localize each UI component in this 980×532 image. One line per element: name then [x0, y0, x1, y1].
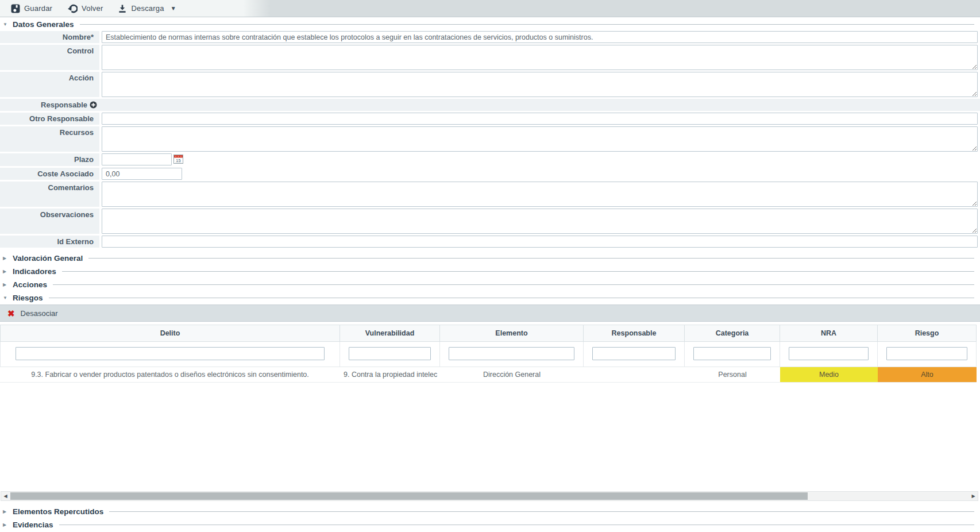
- riesgos-table: Delito Vulnerabilidad Elemento Responsab…: [0, 325, 977, 491]
- cell-nra-badge: Medio: [780, 367, 878, 382]
- plazo-label: Plazo: [0, 153, 99, 166]
- filter-responsable-input[interactable]: [592, 347, 676, 360]
- filter-delito-input[interactable]: [16, 347, 325, 360]
- filter-vulnerabilidad-input[interactable]: [349, 347, 431, 360]
- column-header-vulnerabilidad[interactable]: Vulnerabilidad: [340, 325, 440, 341]
- section-header-evidencias[interactable]: ▶ Evidencias: [0, 518, 980, 531]
- save-icon: [11, 4, 20, 13]
- form-row-comentarios: Comentarios: [0, 182, 980, 207]
- column-header-responsable[interactable]: Responsable: [584, 325, 685, 341]
- svg-text:15: 15: [176, 158, 180, 163]
- section-title: Datos Generales: [13, 20, 74, 29]
- cell-categoria: Personal: [685, 367, 780, 382]
- cell-riesgo-badge: Alto: [878, 367, 977, 382]
- section-header-datos-generales[interactable]: ▼ Datos Generales: [0, 17, 980, 30]
- descarga-button[interactable]: Descarga ▼: [110, 0, 183, 17]
- observaciones-label: Observaciones: [0, 209, 99, 234]
- cell-elemento: Dirección General: [440, 367, 584, 382]
- collapse-arrow-icon: ▼: [3, 22, 8, 27]
- expand-arrow-icon: ▶: [3, 509, 8, 514]
- riesgos-table-row[interactable]: 9.3. Fabricar o vender productos patenta…: [0, 367, 977, 383]
- form-row-coste-asociado: Coste Asociado: [0, 168, 980, 180]
- coste-asociado-label: Coste Asociado: [0, 168, 99, 180]
- form-row-recursos: Recursos: [0, 126, 980, 152]
- scroll-left-arrow-icon[interactable]: ◀: [1, 492, 10, 500]
- filter-elemento-input[interactable]: [449, 347, 574, 360]
- column-header-delito[interactable]: Delito: [0, 325, 340, 341]
- coste-asociado-input[interactable]: [102, 168, 182, 180]
- section-header-riesgos[interactable]: ▼ Riesgos: [0, 291, 980, 304]
- column-header-riesgo[interactable]: Riesgo: [878, 325, 977, 341]
- section-header-valoracion-general[interactable]: ▶ Valoración General: [0, 251, 980, 264]
- responsable-label: Responsable: [0, 99, 99, 111]
- section-divider: [53, 284, 974, 285]
- column-header-elemento[interactable]: Elemento: [440, 325, 584, 341]
- comentarios-textarea[interactable]: [102, 182, 978, 207]
- toolbar-button-group: Guardar Volver Descarga ▼: [0, 0, 270, 17]
- nombre-label: Nombre*: [0, 31, 99, 43]
- descarga-label: Descarga: [131, 4, 164, 13]
- accion-textarea[interactable]: [102, 72, 978, 97]
- desasociar-x-icon: ✖: [7, 309, 15, 318]
- expand-arrow-icon: ▶: [3, 256, 8, 261]
- section-title: Indicadores: [13, 267, 56, 276]
- otro-responsable-label: Otro Responsable: [0, 113, 99, 125]
- guardar-button[interactable]: Guardar: [3, 0, 60, 17]
- form-row-nombre: Nombre*: [0, 31, 980, 43]
- plazo-input[interactable]: [102, 153, 172, 165]
- scrollbar-thumb[interactable]: [10, 492, 808, 500]
- section-header-indicadores[interactable]: ▶ Indicadores: [0, 264, 980, 277]
- accion-label: Acción: [0, 72, 99, 97]
- form-row-responsable: Responsable: [0, 99, 980, 111]
- scroll-right-arrow-icon[interactable]: ▶: [969, 492, 978, 500]
- section-header-elementos-repercutidos[interactable]: ▶ Elementos Repercutidos: [0, 504, 980, 518]
- nombre-input[interactable]: [102, 31, 978, 43]
- expand-arrow-icon: ▶: [3, 522, 8, 527]
- section-divider: [88, 258, 974, 259]
- expand-arrow-icon: ▶: [3, 282, 8, 287]
- filter-riesgo-input[interactable]: [886, 347, 967, 360]
- section-title: Acciones: [13, 280, 47, 289]
- form-row-id-externo: Id Externo: [0, 236, 980, 248]
- section-header-acciones[interactable]: ▶ Acciones: [0, 277, 980, 291]
- riesgos-panel: ✖ Desasociar Delito Vulnerabilidad Eleme…: [0, 304, 980, 501]
- otro-responsable-input[interactable]: [102, 113, 978, 125]
- cell-vulnerabilidad: 9. Contra la propiedad intelec: [340, 367, 440, 382]
- volver-label: Volver: [82, 4, 103, 13]
- recursos-textarea[interactable]: [102, 126, 978, 152]
- form-row-plazo: Plazo 15: [0, 153, 980, 166]
- calendar-icon[interactable]: 15: [173, 154, 183, 166]
- section-divider: [49, 298, 974, 298]
- observaciones-textarea[interactable]: [102, 209, 978, 234]
- volver-button[interactable]: Volver: [60, 0, 110, 17]
- desasociar-button[interactable]: Desasociar: [21, 309, 58, 318]
- section-divider: [109, 511, 974, 512]
- chevron-down-icon: ▼: [171, 5, 176, 11]
- form-row-otro-responsable: Otro Responsable: [0, 113, 980, 125]
- section-title: Elementos Repercutidos: [13, 507, 103, 516]
- add-responsable-icon[interactable]: [90, 101, 97, 110]
- column-header-nra[interactable]: NRA: [780, 325, 878, 341]
- section-divider: [80, 24, 974, 25]
- id-externo-label: Id Externo: [0, 236, 99, 248]
- comentarios-label: Comentarios: [0, 182, 99, 207]
- riesgos-filter-row: [0, 342, 977, 367]
- grid-empty-area: [0, 383, 977, 491]
- main-toolbar: Guardar Volver Descarga ▼: [0, 0, 980, 17]
- cell-delito: 9.3. Fabricar o vender productos patenta…: [0, 367, 340, 382]
- collapse-arrow-icon: ▼: [3, 295, 8, 300]
- control-textarea[interactable]: [102, 45, 978, 70]
- horizontal-scrollbar[interactable]: ◀ ▶: [1, 491, 978, 501]
- filter-categoria-input[interactable]: [693, 347, 771, 360]
- filter-nra-input[interactable]: [789, 347, 869, 360]
- section-title: Riesgos: [13, 294, 43, 302]
- form-row-control: Control: [0, 45, 980, 70]
- id-externo-input[interactable]: [102, 236, 978, 248]
- undo-icon: [67, 3, 78, 13]
- riesgos-table-header: Delito Vulnerabilidad Elemento Responsab…: [0, 325, 977, 342]
- cell-responsable: [584, 367, 685, 382]
- section-title: Valoración General: [13, 254, 83, 263]
- riesgos-grid-toolbar: ✖ Desasociar: [0, 304, 980, 322]
- section-divider: [59, 525, 974, 525]
- column-header-categoria[interactable]: Categoria: [685, 325, 780, 341]
